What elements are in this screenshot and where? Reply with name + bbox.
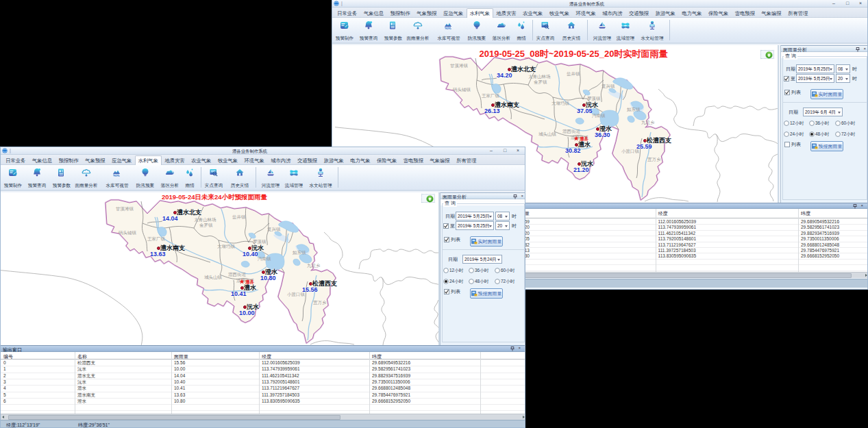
svg-text:复兴镇: 复兴镇	[602, 84, 615, 89]
svg-text:大堰垱镇: 大堰垱镇	[217, 244, 236, 249]
svg-text:盐井镇: 盐井镇	[567, 71, 580, 76]
svg-text:太青山林场: 太青山林场	[528, 74, 551, 79]
svg-text:如东镇: 如东镇	[293, 250, 306, 255]
svg-text:太青山林场: 太青山林场	[194, 217, 216, 223]
svg-text:九垸乡: 九垸乡	[641, 120, 655, 125]
svg-text:沔南镇: 沔南镇	[258, 256, 271, 262]
svg-text:九垸乡: 九垸乡	[307, 263, 321, 268]
svg-text:码头铺镇: 码头铺镇	[452, 87, 471, 92]
svg-text:澧西街道: 澧西街道	[228, 272, 247, 277]
svg-text:如东镇: 如东镇	[627, 107, 641, 112]
svg-text:甘溪滩镇: 甘溪滩镇	[450, 63, 469, 68]
svg-text:盐井镇: 盐井镇	[232, 214, 246, 219]
svg-text:澧西街道: 澧西街道	[562, 129, 581, 134]
svg-text:复兴镇: 复兴镇	[267, 227, 281, 232]
svg-text:城头山镇: 城头山镇	[538, 131, 557, 137]
svg-text:宜万乡: 宜万乡	[313, 300, 327, 305]
svg-text:甘溪滩镇: 甘溪滩镇	[116, 206, 134, 212]
svg-text:王家厂镇: 王家厂镇	[147, 236, 166, 241]
svg-text:金罗镇: 金罗镇	[199, 223, 213, 228]
svg-text:宜万乡: 宜万乡	[647, 157, 661, 162]
svg-text:沔南镇: 沔南镇	[592, 113, 606, 118]
svg-text:大堰垱镇: 大堰垱镇	[551, 101, 570, 105]
svg-text:城头山镇: 城头山镇	[204, 275, 223, 280]
svg-text:码头铺镇: 码头铺镇	[118, 230, 137, 236]
svg-text:金罗镇: 金罗镇	[534, 79, 547, 85]
svg-text:王家厂镇: 王家厂镇	[482, 93, 500, 98]
